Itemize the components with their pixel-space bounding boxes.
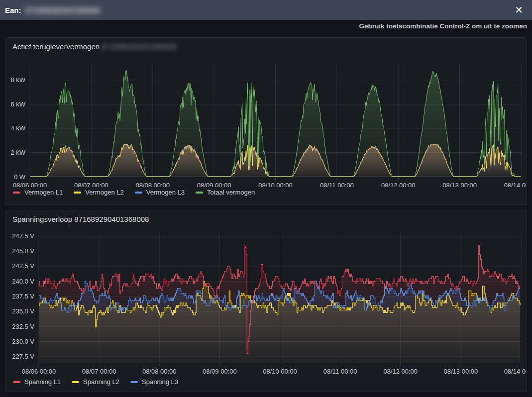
legend-item-spanning-l1[interactable]: Spanning L1 — [13, 378, 61, 386]
legend-swatch — [13, 192, 20, 194]
legend-item-spanning-l3[interactable]: Spanning L3 — [130, 378, 178, 386]
legend-swatch — [74, 192, 81, 194]
x-axis-tick-label: 08/07 00:00 — [74, 182, 108, 187]
legend-label: Vermogen L2 — [85, 189, 123, 196]
legend-label: Totaal vermogen — [207, 189, 255, 196]
panel-active-return-power: Actief terugleververmogen 87168929040136… — [5, 37, 527, 205]
x-axis-tick-label: 08/14 00:00 — [504, 182, 526, 187]
x-axis-tick-label: 08/14 00:00 — [504, 368, 526, 375]
y-axis-tick-label: 237.5 V — [12, 293, 34, 300]
legend-swatch — [13, 381, 20, 383]
power-chart-canvas[interactable]: 0 W2 kW4 kW6 kW8 kW08/06 00:0008/07 00:0… — [6, 52, 526, 187]
close-icon[interactable]: ✕ — [513, 4, 525, 16]
legend-label: Vermogen L3 — [146, 189, 185, 196]
legend-label: Vermogen L1 — [24, 189, 63, 196]
legend-swatch — [135, 192, 142, 194]
y-axis-tick-label: 0 W — [14, 173, 26, 181]
legend-label: Spanning L1 — [24, 378, 61, 386]
panel-title-text: Spanningsverloop 871689290401368008 — [12, 215, 149, 223]
x-axis-tick-label: 08/07 00:00 — [82, 368, 116, 375]
legend-label: Spanning L2 — [83, 378, 119, 386]
panel-title-active-power: Actief terugleververmogen 87168929040136… — [5, 38, 527, 52]
legend-swatch — [72, 381, 79, 383]
x-axis-tick-label: 08/12 00:00 — [381, 182, 416, 187]
ean-redacted-value: 871689290401368008 — [25, 6, 100, 14]
x-axis-tick-label: 08/13 00:00 — [444, 368, 478, 375]
x-axis-tick-label: 08/09 00:00 — [203, 368, 237, 375]
x-axis-tick-label: 08/08 00:00 — [142, 368, 177, 375]
x-axis-tick-label: 08/09 00:00 — [197, 182, 231, 187]
y-axis-tick-label: 6 kW — [10, 100, 25, 108]
power-chart-legend: Vermogen L1Vermogen L2Vermogen L3Totaal … — [5, 187, 527, 196]
y-axis-tick-label: 2 kW — [10, 149, 25, 156]
y-axis-tick-label: 232.5 V — [12, 323, 34, 330]
voltage-chart-legend: Spanning L1Spanning L2Spanning L3 — [5, 377, 527, 386]
y-axis-tick-label: 245.0 V — [12, 247, 34, 255]
legend-item-spanning-l2[interactable]: Spanning L2 — [72, 378, 119, 386]
y-axis-tick-label: 4 kW — [10, 124, 25, 132]
panel-title-voltage: Spanningsverloop 871689290401368008 — [5, 210, 527, 224]
voltage-chart-canvas[interactable]: 227.5 V230.0 V232.5 V235.0 V237.5 V240.0… — [6, 224, 526, 377]
y-axis-tick-label: 247.5 V — [12, 232, 34, 240]
zoom-hint-text: Gebruik toetscombinatie Control-Z om uit… — [0, 20, 532, 33]
x-axis-tick-label: 08/11 00:00 — [320, 182, 354, 187]
panel-voltage-curve: Spanningsverloop 871689290401368008 227.… — [5, 210, 527, 392]
x-axis-tick-label: 08/13 00:00 — [442, 182, 477, 187]
legend-item-vermogen-l1[interactable]: Vermogen L1 — [13, 189, 63, 196]
x-axis-tick-label: 08/06 00:00 — [13, 182, 47, 187]
y-axis-tick-label: 8 kW — [10, 76, 25, 84]
panel-title-redacted-id: 871689290401368008 — [102, 42, 176, 51]
y-axis-tick-label: 227.5 V — [12, 353, 34, 360]
x-axis-tick-label: 08/10 00:00 — [263, 368, 297, 375]
legend-swatch — [196, 192, 203, 194]
legend-item-vermogen-l3[interactable]: Vermogen L3 — [135, 189, 185, 196]
ean-label: Ean: — [5, 6, 21, 14]
legend-item-totaal-vermogen[interactable]: Totaal vermogen — [196, 189, 255, 196]
y-axis-tick-label: 242.5 V — [12, 262, 34, 270]
y-axis-tick-label: 240.0 V — [12, 278, 34, 285]
x-axis-tick-label: 08/06 00:00 — [22, 368, 56, 375]
legend-swatch — [130, 381, 138, 383]
ean-header-bar: Ean: 871689290401368008 ✕ — [0, 0, 532, 20]
legend-item-vermogen-l2[interactable]: Vermogen L2 — [74, 189, 123, 196]
x-axis-tick-label: 08/08 00:00 — [135, 182, 170, 187]
y-axis-tick-label: 235.0 V — [12, 307, 34, 315]
legend-label: Spanning L3 — [142, 378, 178, 386]
panel-title-text: Actief terugleververmogen — [12, 42, 100, 51]
x-axis-tick-label: 08/11 00:00 — [323, 368, 357, 375]
x-axis-tick-label: 08/10 00:00 — [258, 182, 293, 187]
x-axis-tick-label: 08/12 00:00 — [383, 368, 418, 375]
y-axis-tick-label: 230.0 V — [12, 338, 34, 345]
